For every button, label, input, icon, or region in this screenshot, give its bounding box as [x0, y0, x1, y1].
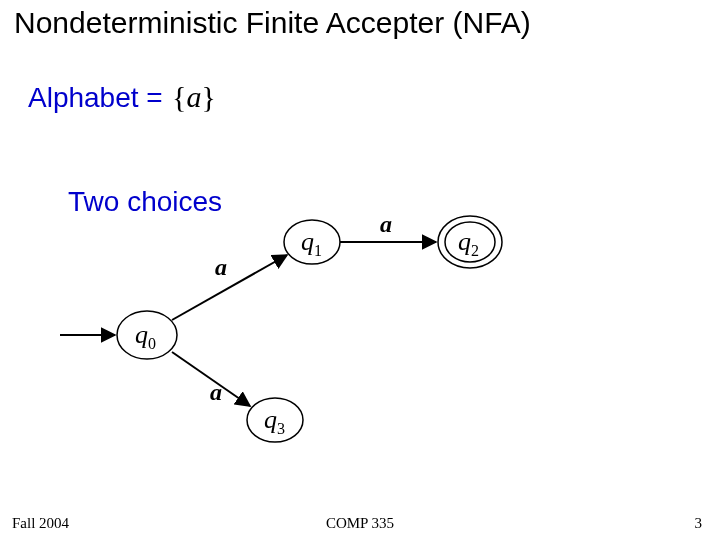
- edge-q0-q3-label: a: [210, 379, 222, 405]
- edge-q0-q1: [172, 255, 287, 320]
- footer-course: COMP 335: [0, 515, 720, 532]
- nfa-diagram: q0 q1 q2 q3 a a a: [0, 0, 720, 540]
- footer-page-number: 3: [695, 515, 703, 532]
- edge-q1-q2-label: a: [380, 211, 392, 237]
- edge-q0-q1-label: a: [215, 254, 227, 280]
